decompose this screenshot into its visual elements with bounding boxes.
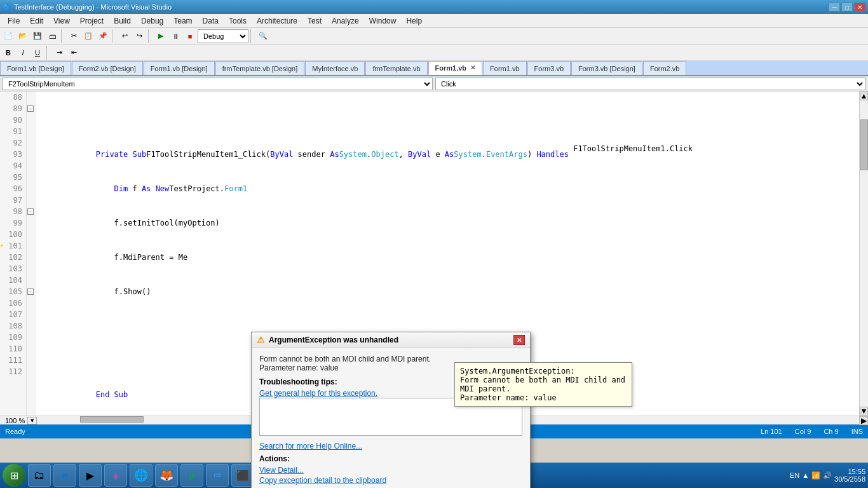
maximize-button[interactable]: □ xyxy=(841,3,853,11)
taskbar-ie[interactable]: e xyxy=(53,464,76,487)
ln-111: 111 xyxy=(0,355,26,366)
taskbar-firefox[interactable]: 🦊 xyxy=(155,464,178,487)
hscrollbar-thumb[interactable] xyxy=(80,416,144,423)
tab-form1-design-1[interactable]: Form1.vb [Design] xyxy=(0,61,71,75)
title-bar-controls[interactable]: ─ □ ✕ xyxy=(829,3,865,11)
menu-test[interactable]: Test xyxy=(302,15,327,27)
search-online-link[interactable]: Search for more Help Online... xyxy=(259,442,522,451)
tab-form1-design-2[interactable]: Form1.vb [Design] xyxy=(144,61,215,75)
ln-94: 94 xyxy=(0,160,26,172)
taskbar-media[interactable]: ▶ xyxy=(79,464,102,487)
vscrollbar-up-btn[interactable]: ▲ xyxy=(860,92,868,100)
vscrollbar-down-btn[interactable]: ▼ xyxy=(860,407,868,416)
config-dropdown[interactable]: Debug Release xyxy=(198,29,248,43)
indent-btn[interactable]: ⇥ xyxy=(52,46,66,60)
line-91: f.setInitTool(myOption) xyxy=(41,217,854,229)
exception-tooltip: System.ArgumentException: Form cannot be… xyxy=(454,362,632,407)
menu-tools[interactable]: Tools xyxy=(224,15,252,27)
title-bar-title: 🔷 TestInterface (Debugging) - Microsoft … xyxy=(3,3,172,11)
menu-analyze[interactable]: Analyze xyxy=(327,15,364,27)
editor-wrapper: F2ToolStripMenuItem Click 88 89 90 91 92… xyxy=(0,76,868,424)
ln-95: 95 xyxy=(0,172,26,183)
italic-btn[interactable]: I xyxy=(16,46,30,60)
status-right: Ln 101 Col 9 Ch 9 INS xyxy=(761,428,863,435)
toolbar-1: 📄 📂 💾 🗃 ✂ 📋 📌 ↩ ↪ ▶ ⏸ ■ Debug Release 🔍 xyxy=(0,28,868,44)
menu-team[interactable]: Team xyxy=(168,15,197,27)
menu-project[interactable]: Project xyxy=(75,15,109,27)
tab-frmtemplate[interactable]: frmTemplate.vb xyxy=(365,61,427,75)
menu-help[interactable]: Help xyxy=(401,15,427,27)
ln-91: 91 xyxy=(0,126,26,137)
menu-bar: File Edit View Project Build Debug Team … xyxy=(0,14,868,28)
zoom-dropdown-btn[interactable]: ▼ xyxy=(27,417,37,424)
undo-btn[interactable]: ↩ xyxy=(118,29,132,43)
save-btn[interactable]: 💾 xyxy=(31,29,44,43)
menu-edit[interactable]: Edit xyxy=(25,15,48,27)
tab-form2-design[interactable]: Form2.vb [Design] xyxy=(72,61,143,75)
close-button[interactable]: ✕ xyxy=(854,3,865,11)
line-numbers: 88 89 90 91 92 93 94 95 96 97 98 99 100 … xyxy=(0,92,27,416)
dialog-title-left: ⚠ ArgumentException was unhandled xyxy=(257,335,398,345)
tab-form3-design[interactable]: Form3.vb [Design] xyxy=(571,61,642,75)
member-dropdown[interactable]: F2ToolStripMenuItem xyxy=(3,78,433,90)
paste-btn[interactable]: 📌 xyxy=(96,29,110,43)
find-btn[interactable]: 🔍 xyxy=(256,29,270,43)
stop-btn[interactable]: ■ xyxy=(183,29,197,43)
menu-view[interactable]: View xyxy=(48,15,75,27)
vscrollbar-thumb[interactable] xyxy=(860,119,868,170)
copy-btn[interactable]: 📋 xyxy=(81,29,95,43)
ln-112: 112 xyxy=(0,366,26,377)
collapse-98[interactable]: − xyxy=(27,208,34,215)
vscrollbar[interactable]: ▲ ▼ xyxy=(859,92,868,416)
tab-form1-b[interactable]: Form1.vb xyxy=(483,61,526,75)
tab-myinterface[interactable]: MyInterface.vb xyxy=(305,61,365,75)
ln-109: 109 xyxy=(0,332,26,343)
redo-btn[interactable]: ↪ xyxy=(132,29,146,43)
view-detail-link[interactable]: View Detail... xyxy=(259,466,522,475)
underline-btn[interactable]: U xyxy=(31,46,44,60)
tooltip-line1: System.ArgumentException: xyxy=(460,367,627,376)
format-btn[interactable]: B xyxy=(1,46,15,60)
copy-exception-link[interactable]: Copy exception detail to the clipboard xyxy=(259,476,522,485)
taskbar-up-arrow[interactable]: ▲ xyxy=(802,471,809,479)
tab-form3[interactable]: Form3.vb xyxy=(527,61,571,75)
ln-110: 110 xyxy=(0,343,26,355)
taskbar-volume[interactable]: 🔊 xyxy=(823,471,832,480)
sep1 xyxy=(61,29,65,43)
menu-build[interactable]: Build xyxy=(109,15,136,27)
taskbar-vb[interactable]: ∞ xyxy=(206,464,229,487)
open-btn[interactable]: 📂 xyxy=(16,29,30,43)
hscrollbar-right-btn[interactable]: ▶ xyxy=(859,416,868,425)
app-icon: 🔷 xyxy=(3,3,11,11)
start-btn[interactable]: ▶ xyxy=(154,29,168,43)
save-all-btn[interactable]: 🗃 xyxy=(45,29,59,43)
new-project-btn[interactable]: 📄 xyxy=(1,29,15,43)
taskbar-chrome[interactable]: 🌐 xyxy=(130,464,153,487)
taskbar-torrent[interactable]: μ xyxy=(180,464,203,487)
toolbar-2: B I U ⇥ ⇤ xyxy=(0,44,868,61)
event-dropdown[interactable]: Click xyxy=(435,78,865,90)
ln-99: 99 xyxy=(0,217,26,229)
menu-file[interactable]: File xyxy=(3,15,25,27)
code-dropdowns: F2ToolStripMenuItem Click xyxy=(0,76,868,92)
menu-window[interactable]: Window xyxy=(364,15,402,27)
outdent-btn[interactable]: ⇤ xyxy=(67,46,81,60)
start-button[interactable]: ⊞ xyxy=(3,464,25,487)
cut-btn[interactable]: ✂ xyxy=(67,29,81,43)
taskbar-explorer[interactable]: 🗂 xyxy=(28,464,51,487)
tab-close-btn[interactable]: ✕ xyxy=(470,64,475,71)
taskbar-vs[interactable]: ◈ xyxy=(104,464,127,487)
collapse-89[interactable]: − xyxy=(27,105,34,112)
collapse-105[interactable]: − xyxy=(27,288,34,295)
menu-architecture[interactable]: Architecture xyxy=(252,15,302,27)
tab-form2[interactable]: Form2.vb xyxy=(643,61,686,75)
tab-frmtemplate-design[interactable]: frmTemplate.vb [Design] xyxy=(215,61,305,75)
taskbar-time: 15:55 xyxy=(834,468,865,475)
minimize-button[interactable]: ─ xyxy=(829,3,840,11)
dialog-close-button[interactable]: ✕ xyxy=(513,335,525,345)
ln-89: 89 xyxy=(0,103,26,114)
tab-form1-active[interactable]: Form1.vb✕ xyxy=(428,61,483,75)
menu-data[interactable]: Data xyxy=(198,15,224,27)
menu-debug[interactable]: Debug xyxy=(136,15,168,27)
pause-btn[interactable]: ⏸ xyxy=(168,29,182,43)
